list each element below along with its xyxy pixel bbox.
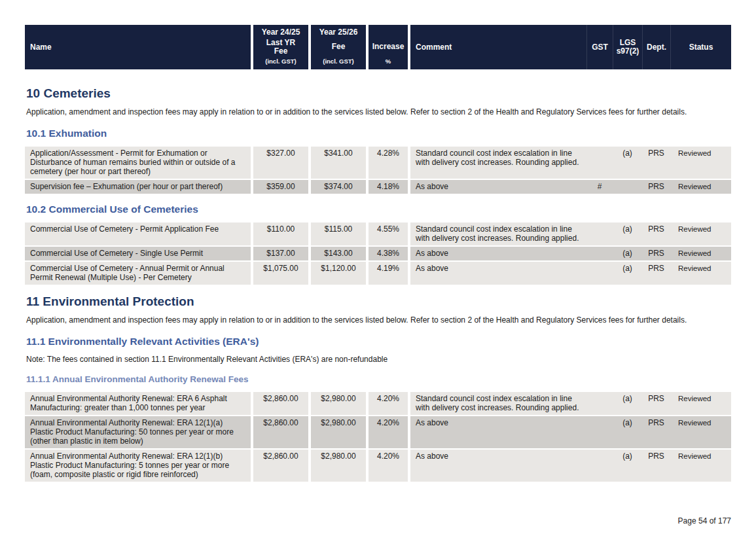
status-text: Reviewed bbox=[670, 416, 731, 448]
subsection-heading: 10.2 Commercial Use of Cemeteries bbox=[26, 204, 731, 215]
comment-text: As above bbox=[410, 247, 586, 260]
comment-group: Standard council cost index escalation i… bbox=[410, 147, 731, 179]
comment-group: As above (a) PRS Reviewed bbox=[410, 262, 731, 285]
status-text: Reviewed bbox=[670, 392, 731, 415]
status-text: Reviewed bbox=[670, 247, 731, 260]
fee-prev-value: $359.00 bbox=[253, 180, 308, 194]
gst-flag bbox=[586, 392, 613, 415]
fee-new-value: $2,980.00 bbox=[311, 450, 366, 482]
lgs-flag: (a) bbox=[613, 416, 642, 448]
dept-code: PRS bbox=[642, 450, 670, 482]
section-heading: 10 Cemeteries bbox=[26, 86, 731, 101]
column-header-year-24-25: Year 24/25 Last YR Fee (incl. GST) bbox=[253, 25, 308, 69]
fee-table-row: Commercial Use of Cemetery - Annual Perm… bbox=[25, 262, 731, 285]
comment-text: As above bbox=[410, 450, 586, 482]
status-text: Reviewed bbox=[670, 222, 731, 245]
fee-name: Commercial Use of Cemetery - Permit Appl… bbox=[25, 222, 251, 245]
fee-name: Commercial Use of Cemetery - Single Use … bbox=[25, 247, 251, 260]
fee-name: Annual Environmental Authority Renewal: … bbox=[25, 416, 251, 448]
gst-flag bbox=[586, 222, 613, 245]
increase-percent: 4.28% bbox=[369, 147, 408, 179]
fee-name: Annual Environmental Authority Renewal: … bbox=[25, 450, 251, 482]
dept-code: PRS bbox=[642, 247, 670, 260]
comment-group: As above (a) PRS Reviewed bbox=[410, 247, 731, 260]
fee-prev-value: $2,860.00 bbox=[253, 416, 308, 448]
comment-group: Standard council cost index escalation i… bbox=[410, 392, 731, 415]
column-header-line: (incl. GST) bbox=[312, 57, 365, 65]
increase-percent: 4.20% bbox=[369, 450, 408, 482]
comment-text: Standard council cost index escalation i… bbox=[410, 222, 586, 245]
status-text: Reviewed bbox=[670, 147, 731, 179]
lgs-flag: (a) bbox=[613, 392, 642, 415]
column-header-line: (incl. GST) bbox=[255, 57, 307, 65]
subsection-heading: 10.1 Exhumation bbox=[26, 128, 731, 139]
comment-group: As above # PRS Reviewed bbox=[410, 180, 731, 194]
gst-flag bbox=[586, 416, 613, 448]
intro-paragraph: Application, amendment and inspection fe… bbox=[26, 315, 731, 325]
fee-new-value: $374.00 bbox=[311, 180, 366, 194]
column-header-name: Name bbox=[25, 25, 251, 69]
document-content: 10 CemeteriesApplication, amendment and … bbox=[25, 86, 731, 482]
increase-percent: 4.38% bbox=[369, 247, 408, 260]
fee-new-value: $2,980.00 bbox=[311, 416, 366, 448]
fee-table-row: Supervision fee – Exhumation (per hour o… bbox=[25, 180, 731, 194]
column-header-line: Year 25/26 bbox=[312, 28, 365, 37]
fee-new-value: $1,120.00 bbox=[311, 262, 366, 285]
dept-code: PRS bbox=[642, 262, 670, 285]
fee-new-value: $143.00 bbox=[311, 247, 366, 260]
dept-code: PRS bbox=[642, 392, 670, 415]
fee-table-row: Application/Assessment - Permit for Exhu… bbox=[25, 147, 731, 179]
column-header-comment-group: Comment GST LGS s97(2) Dept. Status bbox=[410, 25, 731, 69]
fee-name: Commercial Use of Cemetery - Annual Perm… bbox=[25, 262, 251, 285]
column-header-line: % bbox=[370, 57, 406, 65]
gst-flag bbox=[586, 147, 613, 179]
column-header-status: Status bbox=[670, 25, 731, 69]
lgs-flag: (a) bbox=[613, 222, 642, 245]
increase-percent: 4.55% bbox=[369, 222, 408, 245]
document-page: Name Year 24/25 Last YR Fee (incl. GST) … bbox=[0, 0, 756, 482]
fee-new-value: $115.00 bbox=[311, 222, 366, 245]
comment-text: Standard council cost index escalation i… bbox=[410, 392, 586, 415]
fee-table: Application/Assessment - Permit for Exhu… bbox=[25, 147, 731, 194]
fee-prev-value: $1,075.00 bbox=[253, 262, 308, 285]
column-header-line: Year 24/25 bbox=[255, 28, 307, 37]
gst-flag bbox=[586, 450, 613, 482]
fee-table-row: Commercial Use of Cemetery - Single Use … bbox=[25, 247, 731, 260]
lgs-flag: (a) bbox=[613, 262, 642, 285]
fee-name: Annual Environmental Authority Renewal: … bbox=[25, 392, 251, 415]
lgs-flag bbox=[613, 180, 642, 194]
comment-text: Standard council cost index escalation i… bbox=[410, 147, 586, 179]
column-header-lgs-s97-2: LGS s97(2) bbox=[613, 25, 642, 69]
increase-percent: 4.19% bbox=[369, 262, 408, 285]
dept-code: PRS bbox=[642, 222, 670, 245]
fee-new-value: $341.00 bbox=[311, 147, 366, 179]
comment-text: As above bbox=[410, 416, 586, 448]
fee-prev-value: $2,860.00 bbox=[253, 392, 308, 415]
lgs-flag: (a) bbox=[613, 147, 642, 179]
intro-paragraph: Application, amendment and inspection fe… bbox=[26, 107, 731, 116]
fee-table-row: Commercial Use of Cemetery - Permit Appl… bbox=[25, 222, 731, 245]
comment-text: As above bbox=[410, 180, 586, 194]
comment-group: Standard council cost index escalation i… bbox=[410, 222, 731, 245]
fee-new-value: $2,980.00 bbox=[311, 392, 366, 415]
increase-percent: 4.20% bbox=[369, 392, 408, 415]
fee-table: Commercial Use of Cemetery - Permit Appl… bbox=[25, 222, 731, 285]
status-text: Reviewed bbox=[670, 262, 731, 285]
comment-text: As above bbox=[410, 262, 586, 285]
note-paragraph: Note: The fees contained in section 11.1… bbox=[26, 355, 731, 364]
fee-prev-value: $110.00 bbox=[253, 222, 308, 245]
fee-table-row: Annual Environmental Authority Renewal: … bbox=[25, 450, 731, 482]
column-header-year-25-26: Year 25/26 Fee (incl. GST) bbox=[311, 25, 366, 69]
lgs-flag: (a) bbox=[613, 247, 642, 260]
fee-name: Application/Assessment - Permit for Exhu… bbox=[25, 147, 251, 179]
dept-code: PRS bbox=[642, 180, 670, 194]
column-header-line bbox=[370, 28, 406, 36]
dept-code: PRS bbox=[642, 147, 670, 179]
fee-table-row: Annual Environmental Authority Renewal: … bbox=[25, 392, 731, 415]
fee-prev-value: $327.00 bbox=[253, 147, 308, 179]
column-header-comment: Comment bbox=[410, 25, 586, 69]
column-header-line: Last YR Fee bbox=[255, 39, 307, 56]
fee-prev-value: $137.00 bbox=[253, 247, 308, 260]
column-header-dept: Dept. bbox=[642, 25, 670, 69]
gst-flag: # bbox=[586, 180, 613, 194]
